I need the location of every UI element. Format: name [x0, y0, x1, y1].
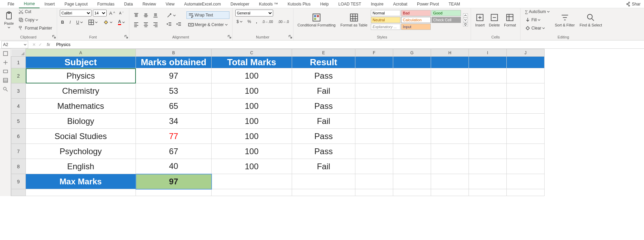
merge-center-button[interactable]: Merge & Center	[186, 21, 229, 28]
menu-item-kutools-[interactable]: Kutools ™	[254, 0, 283, 8]
cell[interactable]	[507, 83, 545, 99]
decrease-indent-button[interactable]	[165, 21, 173, 28]
format-button[interactable]: Format	[503, 12, 517, 28]
font-name-select[interactable]: Calibri	[60, 10, 92, 16]
dialog-launcher-icon[interactable]	[227, 35, 232, 39]
header-cell[interactable]: Total Marks	[212, 57, 292, 68]
menu-item-page-layout[interactable]: Page Layout	[60, 0, 92, 8]
menu-item-load-test[interactable]: LOAD TEST	[333, 0, 366, 8]
fill-color-button[interactable]	[102, 19, 114, 26]
cell[interactable]	[431, 174, 469, 189]
cell-result[interactable]: Pass	[292, 99, 355, 114]
col-header-I[interactable]: I	[469, 49, 507, 57]
cell[interactable]	[507, 68, 545, 83]
chevron-up-icon[interactable]	[463, 13, 468, 18]
autosum-button[interactable]: ∑AutoSum	[523, 8, 551, 15]
cell[interactable]	[136, 189, 212, 196]
menu-item-inquire[interactable]: Inquire	[366, 0, 388, 8]
align-bottom-button[interactable]	[151, 12, 160, 19]
cell[interactable]	[355, 144, 393, 159]
cell[interactable]	[393, 114, 431, 129]
font-color-button[interactable]: A	[117, 19, 126, 26]
cell[interactable]	[355, 159, 393, 174]
cell[interactable]	[507, 99, 545, 114]
cell-subject[interactable]: Chemistry	[26, 83, 136, 99]
menu-item-power-pivot[interactable]: Power Pivot	[412, 0, 444, 8]
cell-subject[interactable]: Psychology	[26, 144, 136, 159]
comma-button[interactable]: ,	[255, 19, 258, 25]
style-good[interactable]: Good	[431, 10, 461, 16]
cell[interactable]	[431, 83, 469, 99]
dialog-launcher-icon[interactable]	[124, 35, 128, 39]
cell-subject[interactable]: English	[26, 159, 136, 174]
row-header-4[interactable]: 4	[11, 99, 26, 114]
cell[interactable]	[431, 68, 469, 83]
paste-button[interactable]: Paste	[3, 10, 15, 30]
cell[interactable]	[355, 174, 393, 189]
cell[interactable]	[355, 189, 393, 196]
cell[interactable]	[469, 114, 507, 129]
gutter-icon[interactable]	[3, 87, 8, 92]
fx-icon[interactable]: fx	[45, 42, 52, 47]
enter-icon[interactable]: ✓	[39, 42, 42, 47]
cell-subject[interactable]: Biology	[26, 114, 136, 129]
cell[interactable]	[507, 174, 545, 189]
spreadsheet-grid[interactable]: ABCEFGHIJ 1SubjectMarks obtainedTotal Ma…	[11, 49, 545, 196]
cell[interactable]	[26, 189, 136, 196]
col-header-J[interactable]: J	[507, 49, 545, 57]
menu-item-kutools-plus[interactable]: Kutools Plus	[283, 0, 315, 8]
cell-subject[interactable]: Physics	[26, 68, 136, 83]
italic-button[interactable]: I	[68, 19, 72, 25]
cell[interactable]	[469, 83, 507, 99]
cell[interactable]	[469, 189, 507, 196]
cell[interactable]	[507, 129, 545, 144]
cell-subject[interactable]: Social Studies	[26, 129, 136, 144]
cell[interactable]	[469, 68, 507, 83]
copy-button[interactable]: Copy	[17, 16, 54, 24]
cell-marks[interactable]: 53	[136, 83, 212, 99]
gutter-icon[interactable]	[3, 69, 8, 74]
cell-result[interactable]: Pass	[292, 129, 355, 144]
cell-total[interactable]: 100	[212, 99, 292, 114]
share-button[interactable]: Shar	[622, 0, 644, 8]
style-check[interactable]: Check Cell	[431, 17, 461, 23]
gutter-icon[interactable]	[3, 60, 8, 65]
select-all-corner[interactable]	[11, 49, 26, 57]
cell-total[interactable]: 100	[212, 129, 292, 144]
cell[interactable]	[431, 144, 469, 159]
format-as-table-button[interactable]: Format as Table	[339, 12, 369, 28]
align-top-button[interactable]	[132, 12, 140, 19]
insert-button[interactable]: Insert	[474, 12, 486, 28]
header-cell[interactable]: Subject	[26, 57, 136, 68]
cell-marks[interactable]: 65	[136, 99, 212, 114]
cell-max-value[interactable]: 97	[136, 174, 212, 189]
row-header-1[interactable]: 1	[11, 57, 26, 68]
menu-item-automateexcel-com[interactable]: AutomateExcel.com	[179, 0, 226, 8]
cell[interactable]	[469, 159, 507, 174]
decrease-decimal-button[interactable]: .00→.0	[277, 19, 290, 24]
delete-button[interactable]: Delete	[487, 12, 501, 28]
style-neutral[interactable]: Neutral	[371, 17, 400, 23]
find-select-button[interactable]: Find & Select	[578, 12, 603, 28]
cell-total[interactable]: 100	[212, 144, 292, 159]
cell[interactable]	[393, 174, 431, 189]
style-gallery-scroll[interactable]	[463, 13, 468, 26]
cell[interactable]	[393, 159, 431, 174]
row-header-6[interactable]: 6	[11, 129, 26, 144]
menu-item-insert[interactable]: Insert	[40, 0, 60, 8]
chevron-down-icon[interactable]	[463, 18, 468, 22]
formula-input[interactable]	[55, 41, 644, 48]
cell[interactable]	[212, 174, 292, 189]
cell[interactable]	[212, 189, 292, 196]
decrease-font-button[interactable]: Aˇ	[118, 11, 125, 16]
cell-result[interactable]: Fail	[292, 159, 355, 174]
cell-total[interactable]: 100	[212, 83, 292, 99]
style-calc[interactable]: Calculation	[401, 17, 431, 23]
row-header-8[interactable]: 8	[11, 159, 26, 174]
cell[interactable]	[393, 57, 431, 68]
cell-marks[interactable]: 40	[136, 159, 212, 174]
cell[interactable]	[469, 57, 507, 68]
cell[interactable]	[431, 57, 469, 68]
cell[interactable]	[355, 83, 393, 99]
cell-marks[interactable]: 67	[136, 144, 212, 159]
